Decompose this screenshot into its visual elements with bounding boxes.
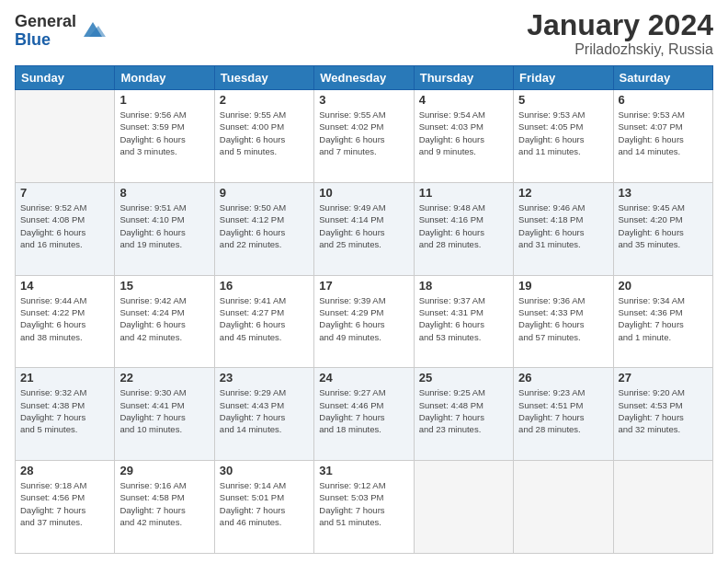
calendar-cell: 15Sunrise: 9:42 AM Sunset: 4:24 PM Dayli… bbox=[115, 275, 214, 368]
day-info: Sunrise: 9:44 AM Sunset: 4:22 PM Dayligh… bbox=[20, 294, 109, 343]
day-info: Sunrise: 9:55 AM Sunset: 4:02 PM Dayligh… bbox=[319, 109, 408, 157]
calendar-subtitle: Priladozhskiy, Russia bbox=[527, 41, 713, 58]
day-info: Sunrise: 9:29 AM Sunset: 4:43 PM Dayligh… bbox=[220, 386, 309, 435]
day-number: 29 bbox=[119, 464, 209, 477]
calendar-week-row: 28Sunrise: 9:18 AM Sunset: 4:56 PM Dayli… bbox=[16, 461, 713, 554]
day-info: Sunrise: 9:18 AM Sunset: 4:56 PM Dayligh… bbox=[20, 479, 109, 528]
calendar-cell: 19Sunrise: 9:36 AM Sunset: 4:33 PM Dayli… bbox=[514, 275, 613, 368]
calendar-cell: 30Sunrise: 9:14 AM Sunset: 5:01 PM Dayli… bbox=[214, 461, 313, 554]
day-info: Sunrise: 9:55 AM Sunset: 4:00 PM Dayligh… bbox=[220, 109, 309, 157]
calendar-cell: 28Sunrise: 9:18 AM Sunset: 4:56 PM Dayli… bbox=[16, 461, 115, 554]
day-info: Sunrise: 9:54 AM Sunset: 4:03 PM Dayligh… bbox=[419, 109, 508, 157]
day-info: Sunrise: 9:16 AM Sunset: 4:58 PM Dayligh… bbox=[119, 479, 209, 528]
weekday-header: Thursday bbox=[414, 66, 513, 90]
calendar-table: SundayMondayTuesdayWednesdayThursdayFrid… bbox=[15, 65, 713, 554]
day-number: 12 bbox=[518, 186, 608, 200]
calendar-cell: 18Sunrise: 9:37 AM Sunset: 4:31 PM Dayli… bbox=[414, 275, 513, 368]
day-number: 17 bbox=[319, 279, 408, 293]
calendar-cell bbox=[514, 461, 613, 554]
day-number: 9 bbox=[220, 186, 309, 200]
day-info: Sunrise: 9:39 AM Sunset: 4:29 PM Dayligh… bbox=[319, 294, 408, 343]
day-number: 26 bbox=[518, 371, 608, 385]
day-info: Sunrise: 9:50 AM Sunset: 4:12 PM Dayligh… bbox=[220, 201, 309, 250]
title-block: January 2024 Priladozhskiy, Russia bbox=[527, 9, 713, 58]
header: General Blue January 2024 Priladozhskiy,… bbox=[15, 9, 713, 58]
day-number: 18 bbox=[419, 279, 508, 293]
calendar-cell: 22Sunrise: 9:30 AM Sunset: 4:41 PM Dayli… bbox=[115, 368, 214, 461]
day-number: 1 bbox=[119, 93, 209, 107]
calendar-cell: 12Sunrise: 9:46 AM Sunset: 4:18 PM Dayli… bbox=[514, 182, 613, 275]
calendar-title: January 2024 bbox=[527, 9, 713, 41]
calendar-cell: 23Sunrise: 9:29 AM Sunset: 4:43 PM Dayli… bbox=[214, 368, 313, 461]
day-info: Sunrise: 9:53 AM Sunset: 4:05 PM Dayligh… bbox=[518, 109, 608, 157]
calendar-cell: 31Sunrise: 9:12 AM Sunset: 5:03 PM Dayli… bbox=[314, 461, 414, 554]
weekday-header-row: SundayMondayTuesdayWednesdayThursdayFrid… bbox=[16, 66, 713, 90]
logo-general: General bbox=[15, 13, 76, 31]
day-info: Sunrise: 9:34 AM Sunset: 4:36 PM Dayligh… bbox=[619, 294, 708, 343]
calendar-week-row: 14Sunrise: 9:44 AM Sunset: 4:22 PM Dayli… bbox=[16, 275, 713, 368]
day-info: Sunrise: 9:56 AM Sunset: 3:59 PM Dayligh… bbox=[119, 109, 209, 157]
day-number: 3 bbox=[319, 93, 408, 107]
page: General Blue January 2024 Priladozhskiy,… bbox=[0, 0, 728, 563]
day-number: 23 bbox=[220, 371, 309, 385]
weekday-header: Saturday bbox=[613, 66, 712, 90]
day-info: Sunrise: 9:46 AM Sunset: 4:18 PM Dayligh… bbox=[518, 201, 608, 250]
calendar-cell bbox=[414, 461, 513, 554]
day-number: 31 bbox=[319, 464, 408, 477]
calendar-cell bbox=[613, 461, 712, 554]
day-number: 19 bbox=[518, 279, 608, 293]
day-number: 16 bbox=[220, 279, 309, 293]
day-number: 4 bbox=[419, 93, 508, 107]
weekday-header: Tuesday bbox=[214, 66, 313, 90]
weekday-header: Sunday bbox=[16, 66, 115, 90]
day-number: 14 bbox=[20, 279, 109, 293]
day-number: 27 bbox=[619, 371, 708, 385]
day-info: Sunrise: 9:30 AM Sunset: 4:41 PM Dayligh… bbox=[119, 386, 209, 435]
day-info: Sunrise: 9:32 AM Sunset: 4:38 PM Dayligh… bbox=[20, 386, 109, 435]
calendar-cell: 14Sunrise: 9:44 AM Sunset: 4:22 PM Dayli… bbox=[16, 275, 115, 368]
calendar-cell: 6Sunrise: 9:53 AM Sunset: 4:07 PM Daylig… bbox=[613, 90, 712, 183]
day-number: 21 bbox=[20, 371, 109, 385]
calendar-cell: 13Sunrise: 9:45 AM Sunset: 4:20 PM Dayli… bbox=[613, 182, 712, 275]
calendar-week-row: 1Sunrise: 9:56 AM Sunset: 3:59 PM Daylig… bbox=[16, 90, 713, 183]
day-info: Sunrise: 9:23 AM Sunset: 4:51 PM Dayligh… bbox=[518, 386, 608, 435]
day-info: Sunrise: 9:42 AM Sunset: 4:24 PM Dayligh… bbox=[119, 294, 209, 343]
day-info: Sunrise: 9:49 AM Sunset: 4:14 PM Dayligh… bbox=[319, 201, 408, 250]
day-info: Sunrise: 9:48 AM Sunset: 4:16 PM Dayligh… bbox=[419, 201, 508, 250]
day-info: Sunrise: 9:45 AM Sunset: 4:20 PM Dayligh… bbox=[619, 201, 708, 250]
day-number: 2 bbox=[220, 93, 309, 107]
calendar-cell: 8Sunrise: 9:51 AM Sunset: 4:10 PM Daylig… bbox=[115, 182, 214, 275]
day-info: Sunrise: 9:52 AM Sunset: 4:08 PM Dayligh… bbox=[20, 201, 109, 250]
day-info: Sunrise: 9:20 AM Sunset: 4:53 PM Dayligh… bbox=[619, 386, 708, 435]
day-info: Sunrise: 9:53 AM Sunset: 4:07 PM Dayligh… bbox=[619, 109, 708, 157]
calendar-cell: 16Sunrise: 9:41 AM Sunset: 4:27 PM Dayli… bbox=[214, 275, 313, 368]
day-number: 30 bbox=[220, 464, 309, 477]
day-info: Sunrise: 9:41 AM Sunset: 4:27 PM Dayligh… bbox=[220, 294, 309, 343]
day-number: 8 bbox=[119, 186, 209, 200]
day-info: Sunrise: 9:51 AM Sunset: 4:10 PM Dayligh… bbox=[119, 201, 209, 250]
day-number: 28 bbox=[20, 464, 109, 477]
calendar-cell: 9Sunrise: 9:50 AM Sunset: 4:12 PM Daylig… bbox=[214, 182, 313, 275]
calendar-cell: 5Sunrise: 9:53 AM Sunset: 4:05 PM Daylig… bbox=[514, 90, 613, 183]
day-info: Sunrise: 9:37 AM Sunset: 4:31 PM Dayligh… bbox=[419, 294, 508, 343]
day-number: 25 bbox=[419, 371, 508, 385]
logo: General Blue bbox=[15, 13, 106, 50]
day-number: 15 bbox=[119, 279, 209, 293]
calendar-cell: 3Sunrise: 9:55 AM Sunset: 4:02 PM Daylig… bbox=[314, 90, 414, 183]
calendar-cell: 26Sunrise: 9:23 AM Sunset: 4:51 PM Dayli… bbox=[514, 368, 613, 461]
calendar-cell: 11Sunrise: 9:48 AM Sunset: 4:16 PM Dayli… bbox=[414, 182, 513, 275]
calendar-week-row: 21Sunrise: 9:32 AM Sunset: 4:38 PM Dayli… bbox=[16, 368, 713, 461]
day-number: 20 bbox=[619, 279, 708, 293]
calendar-cell: 7Sunrise: 9:52 AM Sunset: 4:08 PM Daylig… bbox=[16, 182, 115, 275]
day-number: 13 bbox=[619, 186, 708, 200]
day-info: Sunrise: 9:27 AM Sunset: 4:46 PM Dayligh… bbox=[319, 386, 408, 435]
day-info: Sunrise: 9:36 AM Sunset: 4:33 PM Dayligh… bbox=[518, 294, 608, 343]
day-number: 22 bbox=[119, 371, 209, 385]
weekday-header: Wednesday bbox=[314, 66, 414, 90]
day-info: Sunrise: 9:12 AM Sunset: 5:03 PM Dayligh… bbox=[319, 479, 408, 528]
day-number: 6 bbox=[619, 93, 708, 107]
day-number: 10 bbox=[319, 186, 408, 200]
day-info: Sunrise: 9:25 AM Sunset: 4:48 PM Dayligh… bbox=[419, 386, 508, 435]
day-number: 7 bbox=[20, 186, 109, 200]
calendar-cell: 20Sunrise: 9:34 AM Sunset: 4:36 PM Dayli… bbox=[613, 275, 712, 368]
